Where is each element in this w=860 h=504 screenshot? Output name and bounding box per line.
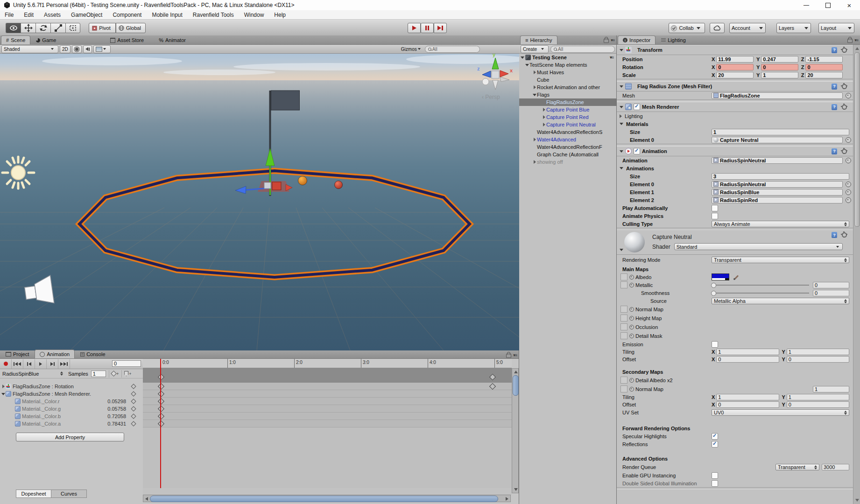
gear-icon[interactable] [841, 47, 847, 53]
tab-hierarchy[interactable]: ≡Hierarchy [520, 35, 557, 44]
keyframe-track-row[interactable] [143, 413, 512, 420]
rotate-tool-button[interactable] [35, 23, 50, 33]
render-queue-value-field[interactable]: 3000 [822, 464, 849, 470]
scroll-up-icon[interactable] [855, 47, 859, 50]
help-icon[interactable]: ? [832, 84, 837, 90]
mesh-object-field[interactable]: FlagRadiusZone [712, 92, 843, 99]
object-picker-icon[interactable] [846, 189, 851, 195]
z-field[interactable]: -1.15 [805, 56, 843, 63]
texture-picker-icon[interactable] [629, 334, 634, 338]
texture-picker-icon[interactable] [629, 387, 634, 392]
x-field[interactable]: 20 [716, 72, 754, 78]
hierarchy-item[interactable]: FlagRadiusZone [519, 98, 616, 106]
expander-icon[interactable] [542, 108, 546, 112]
reflections-checkbox[interactable] [712, 441, 718, 448]
emission-checkbox[interactable] [712, 341, 718, 348]
texture-picker-icon[interactable] [629, 316, 634, 321]
material-header[interactable]: Capture Neutral Shader Standard ? [617, 230, 853, 255]
scene-menu-icon[interactable]: ▾≡ [610, 55, 613, 60]
z-field[interactable]: 0 [805, 64, 843, 70]
texture-slot[interactable] [620, 281, 627, 288]
account-dropdown[interactable]: Account [729, 23, 766, 33]
texture-slot[interactable] [620, 273, 627, 280]
clip-object-field[interactable]: RadiusSpinNeutral [712, 181, 843, 188]
z-field[interactable]: 20 [805, 72, 843, 78]
hierarchy-item[interactable]: Cube [519, 76, 616, 84]
scroll-right-icon[interactable] [506, 497, 508, 501]
axis-x-label[interactable]: x [510, 68, 513, 73]
playhead[interactable] [160, 359, 161, 488]
clip-object-field[interactable]: RadiusSpinBlue [712, 189, 843, 196]
hierarchy-item[interactable]: Capture Point Red [519, 113, 616, 121]
animation-object-field[interactable]: RadiusSpinNeutral [712, 157, 843, 164]
object-picker-icon[interactable] [846, 93, 851, 98]
double-sided-gi-checkbox[interactable] [712, 480, 718, 487]
texture-slot[interactable] [620, 323, 627, 330]
object-picker-icon[interactable] [846, 137, 851, 143]
normal-scale-field[interactable]: 1 [813, 386, 849, 392]
texture-picker-icon[interactable] [629, 378, 634, 383]
scroll-left-icon[interactable] [145, 497, 148, 501]
previous-key-button[interactable] [23, 359, 35, 369]
go-to-start-button[interactable] [12, 359, 23, 369]
uv-set-dropdown[interactable]: UV0 [712, 409, 849, 416]
add-keyframe-button[interactable]: + [109, 370, 121, 378]
x-field[interactable]: 0 [716, 64, 754, 70]
y-field[interactable]: 0.247 [761, 56, 798, 63]
foldout-icon[interactable] [620, 106, 623, 108]
expander-icon[interactable] [520, 56, 525, 59]
scrollbar-thumb[interactable] [513, 375, 519, 396]
component-enabled-checkbox[interactable] [634, 104, 640, 110]
menu-item[interactable]: Ravenfield Tools [193, 12, 240, 18]
tiling-y-field[interactable]: 1 [787, 349, 849, 355]
layers-dropdown[interactable]: Layers [776, 23, 811, 33]
animations-foldout[interactable]: Animations [617, 164, 853, 172]
expander-icon[interactable] [525, 64, 529, 66]
pause-button[interactable] [421, 23, 434, 33]
minimize-button[interactable]: — [796, 0, 817, 10]
gear-icon[interactable] [841, 232, 847, 238]
scene-lighting-toggle[interactable] [72, 45, 82, 53]
rect-tool-button[interactable] [65, 23, 80, 33]
dopesheet-button[interactable]: Dopesheet [16, 490, 51, 498]
hierarchy-item[interactable]: Water4AdvancedReflectionS [519, 128, 616, 136]
expander-icon[interactable] [532, 94, 537, 96]
hand-tool-button[interactable] [6, 23, 21, 33]
close-button[interactable]: × [839, 0, 860, 10]
help-icon[interactable]: ? [832, 148, 837, 154]
size-field[interactable]: 3 [712, 173, 849, 180]
object-picker-icon[interactable] [846, 158, 851, 163]
help-icon[interactable]: ? [832, 104, 837, 110]
cloud-button[interactable] [710, 23, 725, 33]
hierarchy-item[interactable]: Flags [519, 91, 616, 98]
texture-slot[interactable] [620, 332, 627, 339]
keyframe-track-row[interactable] [143, 390, 512, 398]
scene-search-input[interactable]: All [425, 46, 480, 53]
hierarchy-item[interactable]: Must Haves [519, 69, 616, 76]
culling-type-dropdown[interactable]: Always Animate [712, 221, 849, 227]
2d-toggle-button[interactable]: 2D [60, 45, 70, 53]
panel-menu-icon[interactable]: ▾≡ [513, 353, 517, 357]
hierarchy-scene-root[interactable]: Testing Scene ▾≡ [519, 54, 616, 61]
texture-picker-icon[interactable] [629, 283, 634, 287]
texture-slot[interactable] [620, 385, 627, 392]
foldout-icon[interactable] [620, 123, 623, 125]
texture-slot[interactable] [620, 306, 627, 313]
albedo-color-swatch[interactable] [712, 273, 729, 280]
keyframe-track-row[interactable] [143, 420, 512, 427]
perspective-toggle[interactable]: ‹ Persp [482, 94, 500, 100]
add-property-button[interactable]: Add Property [16, 433, 124, 441]
collab-dropdown[interactable]: Collab [669, 23, 705, 33]
curves-button[interactable]: Curves [51, 490, 87, 498]
go-to-end-button[interactable] [58, 359, 70, 369]
keyframe-diamond-icon[interactable] [131, 384, 136, 389]
smoothness-value-field[interactable]: 0 [813, 290, 849, 296]
global-toggle-button[interactable]: Global [116, 23, 146, 33]
menu-item[interactable]: Help [274, 12, 292, 18]
animated-property-row[interactable]: Material._Color.r 0.05298 [0, 398, 143, 405]
smoothness-slider[interactable] [712, 293, 809, 294]
lighting-foldout[interactable]: Lighting [617, 112, 853, 120]
axis-z-label[interactable]: z [477, 66, 480, 71]
tab-asset-store[interactable]: Asset Store [106, 36, 148, 44]
tab-animator[interactable]: %Animator [154, 36, 190, 44]
